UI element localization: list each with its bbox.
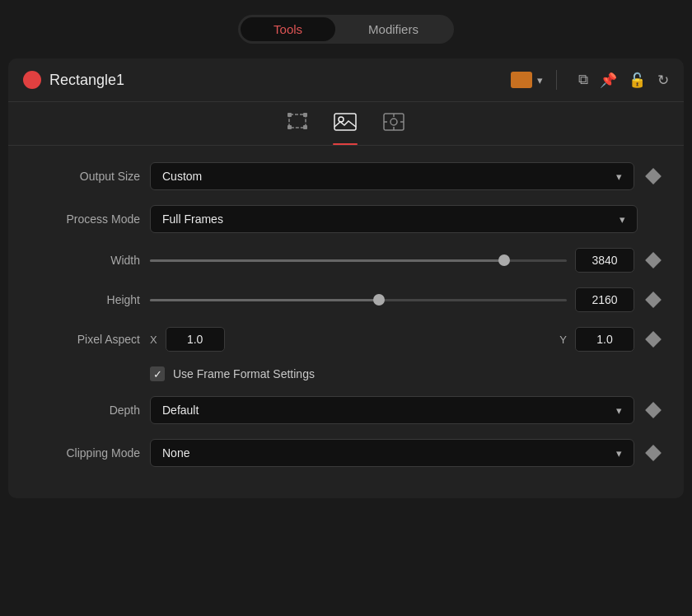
depth-dropdown[interactable]: Default ▾: [150, 396, 634, 424]
clipping-mode-diamond[interactable]: [645, 445, 662, 461]
sub-tab-settings[interactable]: [382, 112, 405, 145]
output-size-row: Output Size Custom ▾: [33, 162, 659, 190]
depth-diamond[interactable]: [645, 402, 662, 418]
refresh-icon[interactable]: ↻: [657, 72, 669, 89]
pixel-aspect-diamond[interactable]: [645, 331, 662, 348]
sub-tab-transform[interactable]: [287, 112, 308, 145]
svg-rect-0: [289, 114, 306, 128]
use-frame-format-label: Use Frame Format Settings: [173, 367, 315, 380]
checkbox-check-icon: ✓: [153, 368, 162, 380]
clipping-mode-label: Clipping Mode: [33, 446, 140, 460]
height-input[interactable]: [575, 287, 634, 312]
width-slider-track[interactable]: [150, 259, 567, 262]
process-mode-dropdown[interactable]: Full Frames ▾: [150, 205, 638, 233]
tab-modifiers[interactable]: Modifiers: [335, 17, 451, 41]
width-row: Width: [33, 248, 659, 273]
width-label: Width: [33, 254, 140, 267]
process-mode-label: Process Mode: [33, 212, 140, 226]
lock-icon[interactable]: 🔓: [629, 72, 646, 89]
height-label: Height: [33, 293, 140, 306]
svg-rect-1: [288, 113, 292, 117]
transform-icon: [287, 112, 308, 135]
copy-icon[interactable]: ⧉: [578, 72, 588, 88]
height-slider-fill: [150, 299, 379, 301]
width-slider-container: [150, 248, 634, 273]
width-diamond[interactable]: [645, 252, 662, 268]
width-slider-thumb[interactable]: [498, 254, 510, 266]
color-swatch[interactable]: [511, 72, 532, 88]
sub-tab-bar: [8, 102, 684, 146]
tab-tools[interactable]: Tools: [241, 17, 335, 41]
pin-icon[interactable]: 📌: [600, 72, 617, 89]
height-row: Height: [33, 287, 659, 312]
process-mode-chevron: ▾: [620, 213, 625, 226]
height-slider-thumb[interactable]: [373, 294, 385, 306]
y-axis-label: Y: [559, 334, 567, 346]
header-icons: ⧉ 📌 🔓 ↻: [578, 72, 669, 89]
output-size-label: Output Size: [33, 170, 140, 183]
svg-rect-4: [303, 125, 307, 129]
pixel-aspect-controls: X Y: [150, 327, 634, 352]
main-panel: Rectangle1 ▾ ⧉ 📌 🔓 ↻: [8, 58, 684, 498]
swatch-chevron[interactable]: ▾: [537, 74, 543, 86]
image-icon: [333, 112, 358, 137]
use-frame-format-row: ✓ Use Frame Format Settings: [33, 366, 659, 381]
svg-rect-3: [288, 125, 292, 129]
width-slider-fill: [150, 259, 504, 262]
sub-tab-image[interactable]: [333, 112, 358, 145]
form-area: Output Size Custom ▾ Process Mode Full F…: [8, 147, 684, 482]
x-axis-label: X: [150, 334, 157, 346]
output-size-chevron: ▾: [616, 170, 622, 183]
output-size-diamond[interactable]: [645, 168, 662, 184]
main-tab-bar: Tools Modifiers: [238, 15, 454, 44]
use-frame-format-checkbox[interactable]: ✓: [150, 366, 165, 381]
depth-row: Depth Default ▾: [33, 396, 659, 424]
height-slider-track[interactable]: [150, 299, 567, 301]
svg-point-6: [339, 117, 344, 122]
pixel-aspect-label: Pixel Aspect: [33, 333, 140, 346]
separator: [556, 70, 557, 90]
svg-rect-5: [334, 114, 356, 130]
width-input[interactable]: [575, 248, 634, 273]
process-mode-row: Process Mode Full Frames ▾: [33, 205, 659, 233]
status-dot: [23, 71, 41, 89]
clipping-mode-dropdown[interactable]: None ▾: [150, 439, 634, 467]
height-slider-container: [150, 287, 634, 312]
depth-label: Depth: [33, 404, 140, 417]
depth-chevron: ▾: [616, 404, 622, 417]
pixel-aspect-y-input[interactable]: [575, 327, 634, 352]
settings-icon: [382, 112, 405, 137]
panel-header: Rectangle1 ▾ ⧉ 📌 🔓 ↻: [8, 58, 684, 102]
panel-title: Rectangle1: [49, 72, 503, 89]
pixel-aspect-row: Pixel Aspect X Y: [33, 327, 659, 352]
output-size-dropdown[interactable]: Custom ▾: [150, 162, 634, 190]
svg-rect-2: [303, 113, 307, 117]
svg-point-8: [390, 119, 397, 125]
clipping-mode-row: Clipping Mode None ▾: [33, 439, 659, 467]
pixel-aspect-x-input[interactable]: [166, 327, 225, 352]
clipping-mode-chevron: ▾: [616, 447, 622, 460]
height-diamond[interactable]: [645, 292, 662, 308]
